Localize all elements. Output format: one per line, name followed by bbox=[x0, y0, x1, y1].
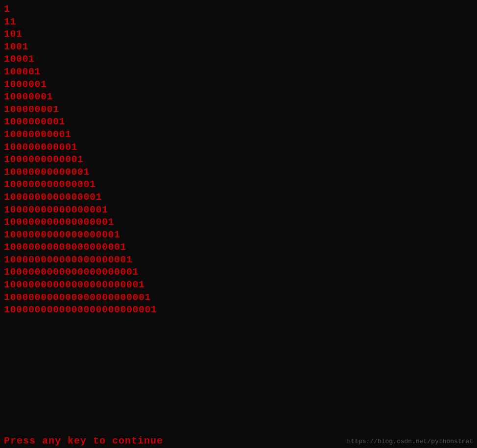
terminal-line: 1000000000000000000000001 bbox=[4, 304, 473, 316]
terminal-line: 1000000000000000000001 bbox=[4, 266, 473, 279]
terminal-line: 1 bbox=[4, 3, 473, 16]
terminal-line: 100000000000000000000001 bbox=[4, 291, 473, 304]
terminal-line: 11 bbox=[4, 16, 473, 28]
terminal-output: 1111011001100011000011000001100000011000… bbox=[0, 0, 477, 318]
terminal-line: 10000000000000000001 bbox=[4, 241, 473, 254]
terminal-line: 100000000001 bbox=[4, 141, 473, 154]
url-label: https://blog.csdn.net/pythonstrat bbox=[347, 438, 473, 445]
terminal-line: 1000000000001 bbox=[4, 153, 473, 166]
terminal-line: 1000000000000000001 bbox=[4, 229, 473, 241]
terminal-line: 10000000001 bbox=[4, 128, 473, 141]
terminal-line: 100000000000000000001 bbox=[4, 254, 473, 266]
terminal-line: 1001 bbox=[4, 41, 473, 53]
terminal-line: 101 bbox=[4, 28, 473, 41]
terminal-line: 100001 bbox=[4, 66, 473, 78]
terminal-line: 10000000000000000000001 bbox=[4, 279, 473, 291]
terminal-line: 10001 bbox=[4, 53, 473, 66]
terminal-line: 1000000000000001 bbox=[4, 191, 473, 204]
terminal-line: 10000000000001 bbox=[4, 166, 473, 179]
press-any-key-text: Press any key to continue bbox=[4, 435, 163, 447]
terminal-line: 100000000000000001 bbox=[4, 216, 473, 229]
terminal-line: 10000000000000001 bbox=[4, 204, 473, 216]
terminal-line: 1000000001 bbox=[4, 116, 473, 128]
terminal-line: 1000001 bbox=[4, 78, 473, 91]
terminal-line: 100000000000001 bbox=[4, 178, 473, 191]
terminal-line: 100000001 bbox=[4, 103, 473, 116]
terminal-line: 10000001 bbox=[4, 91, 473, 103]
